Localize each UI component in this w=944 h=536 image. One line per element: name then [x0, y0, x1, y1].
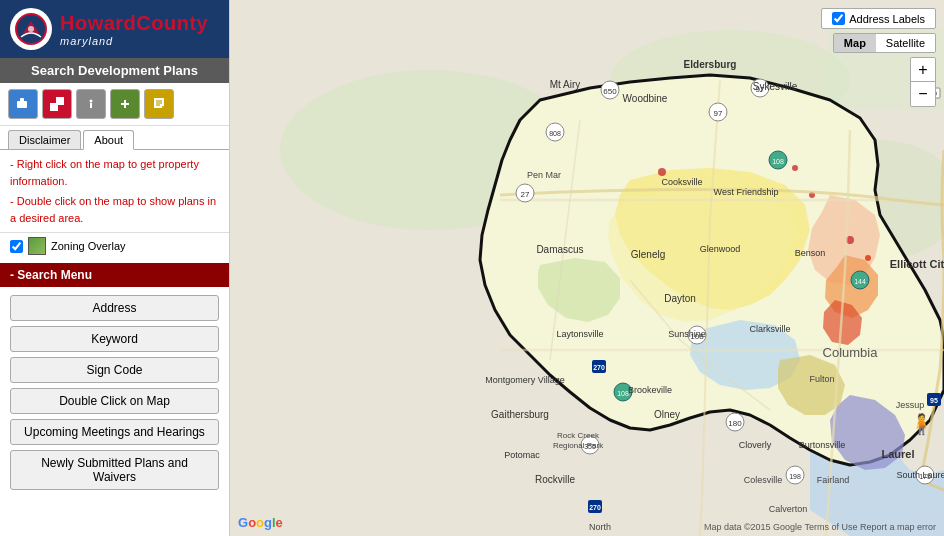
svg-text:Calverton: Calverton: [769, 504, 808, 514]
measure-tool[interactable]: [110, 89, 140, 119]
svg-text:Colesville: Colesville: [744, 475, 783, 485]
map-type-map[interactable]: Map: [834, 34, 876, 52]
svg-text:198: 198: [789, 473, 801, 480]
map-footer: Map data ©2015 Google Terms of Use Repor…: [704, 522, 936, 532]
svg-text:Laytonsville: Laytonsville: [556, 329, 603, 339]
map-container[interactable]: 27 650 97 97 108 180 198 175 144 108 108…: [230, 0, 944, 536]
svg-text:Fairland: Fairland: [817, 475, 850, 485]
keyword-button[interactable]: Keyword: [10, 326, 219, 352]
double-click-button[interactable]: Double Click on Map: [10, 388, 219, 414]
svg-text:West Friendship: West Friendship: [714, 187, 779, 197]
svg-rect-5: [50, 97, 56, 103]
tab-disclaimer[interactable]: Disclaimer: [8, 130, 81, 149]
search-buttons: Address Keyword Sign Code Double Click o…: [0, 287, 229, 498]
sidebar: HowardCounty maryland Search Development…: [0, 0, 230, 536]
zoom-in-tool[interactable]: [42, 89, 72, 119]
svg-text:Sykesville: Sykesville: [753, 81, 798, 92]
county-name: HowardCounty: [60, 12, 208, 35]
svg-text:Mt Airy: Mt Airy: [550, 79, 581, 90]
svg-text:95: 95: [930, 397, 938, 404]
upcoming-meetings-button[interactable]: Upcoming Meetings and Hearings: [10, 419, 219, 445]
svg-text:North: North: [589, 522, 611, 532]
google-logo: Google: [238, 515, 283, 530]
map-controls: Address Labels Map Satellite + −: [821, 8, 936, 107]
print-tool[interactable]: [144, 89, 174, 119]
sign-code-button[interactable]: Sign Code: [10, 357, 219, 383]
svg-point-1: [28, 26, 34, 32]
zoning-icon: [28, 237, 46, 255]
pan-tool[interactable]: [8, 89, 38, 119]
svg-point-21: [658, 168, 666, 176]
svg-text:Rockville: Rockville: [535, 474, 575, 485]
svg-text:Regional Park: Regional Park: [553, 441, 604, 450]
zoom-controls: + −: [910, 57, 936, 107]
zoning-overlay-row: Zoning Overlay: [0, 232, 229, 259]
svg-text:Gaithersburg: Gaithersburg: [491, 409, 549, 420]
svg-point-22: [792, 165, 798, 171]
header: HowardCounty maryland: [0, 0, 229, 58]
identify-tool[interactable]: [76, 89, 106, 119]
svg-text:Glenwood: Glenwood: [700, 244, 741, 254]
svg-text:Dayton: Dayton: [664, 293, 696, 304]
zoning-label: Zoning Overlay: [51, 240, 126, 252]
svg-rect-7: [50, 105, 56, 111]
zoom-in-button[interactable]: +: [911, 58, 935, 82]
address-labels-checkbox[interactable]: [832, 12, 845, 25]
info-line-1: - Right click on the map to get property…: [10, 156, 219, 189]
address-labels-text: Address Labels: [849, 13, 925, 25]
search-menu-header: - Search Menu: [0, 263, 229, 287]
svg-point-25: [865, 255, 871, 261]
map-type-satellite[interactable]: Satellite: [876, 34, 935, 52]
tab-bar: Disclaimer About: [0, 126, 229, 150]
svg-text:Woodbine: Woodbine: [623, 93, 668, 104]
svg-text:Olney: Olney: [654, 409, 680, 420]
svg-text:Montgomery Village: Montgomery Village: [485, 375, 564, 385]
state-name: maryland: [60, 35, 208, 47]
tab-about[interactable]: About: [83, 130, 134, 150]
toolbar: [0, 83, 229, 126]
svg-text:Fulton: Fulton: [809, 374, 834, 384]
svg-rect-6: [58, 97, 64, 103]
svg-point-10: [90, 100, 93, 103]
newly-submitted-button[interactable]: Newly Submitted Plans and Waivers: [10, 450, 219, 490]
svg-text:Benson: Benson: [795, 248, 826, 258]
svg-text:97: 97: [714, 109, 723, 118]
svg-rect-8: [58, 105, 64, 111]
logo: [10, 8, 52, 50]
svg-text:Cloverly: Cloverly: [739, 440, 772, 450]
zoning-checkbox[interactable]: [10, 240, 23, 253]
svg-text:Damascus: Damascus: [536, 244, 583, 255]
svg-text:808: 808: [549, 130, 561, 137]
svg-text:Sunshine: Sunshine: [668, 329, 706, 339]
svg-rect-11: [90, 103, 92, 108]
svg-text:650: 650: [603, 87, 617, 96]
county-text: Howard: [60, 12, 136, 34]
svg-text:270: 270: [589, 504, 601, 511]
title-area: HowardCounty maryland: [60, 12, 208, 47]
map-type-selector: Map Satellite: [833, 33, 936, 53]
pegman-icon[interactable]: 🧍: [909, 412, 934, 436]
svg-text:Rock Creek: Rock Creek: [557, 431, 600, 440]
address-button[interactable]: Address: [10, 295, 219, 321]
svg-text:Ellicott City: Ellicott City: [890, 258, 944, 270]
svg-text:South Laurel: South Laurel: [896, 470, 944, 480]
map-area[interactable]: 27 650 97 97 108 180 198 175 144 108 108…: [230, 0, 944, 536]
svg-text:27: 27: [521, 190, 530, 199]
svg-text:Burtonsville: Burtonsville: [799, 440, 846, 450]
svg-text:Laurel: Laurel: [881, 448, 914, 460]
svg-text:180: 180: [728, 419, 742, 428]
svg-text:Glenelg: Glenelg: [631, 249, 665, 260]
svg-text:Pen Mar: Pen Mar: [527, 170, 561, 180]
svg-text:Columbia: Columbia: [823, 345, 879, 360]
info-area: - Right click on the map to get property…: [0, 150, 229, 232]
svg-text:Eldersburg: Eldersburg: [684, 59, 737, 70]
svg-text:108: 108: [772, 158, 784, 165]
svg-text:Jessup: Jessup: [896, 400, 925, 410]
address-labels-toggle[interactable]: Address Labels: [821, 8, 936, 29]
page-title: Search Development Plans: [0, 58, 229, 83]
svg-text:Cooksville: Cooksville: [661, 177, 702, 187]
svg-text:Potomac: Potomac: [504, 450, 540, 460]
zoom-out-button[interactable]: −: [911, 82, 935, 106]
county-highlight: County: [136, 12, 208, 34]
svg-text:Clarksville: Clarksville: [749, 324, 790, 334]
